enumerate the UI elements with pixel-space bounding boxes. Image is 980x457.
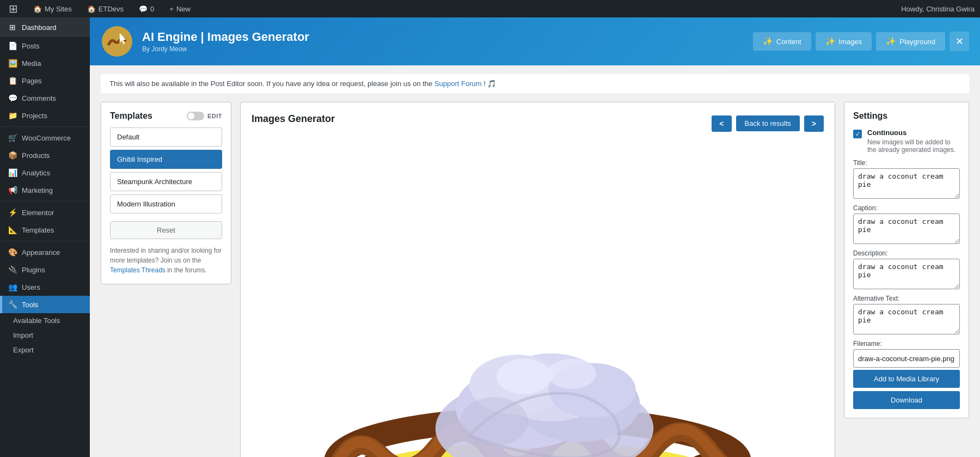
sidebar-sub-import[interactable]: Import xyxy=(0,328,90,343)
sidebar-item-dashboard[interactable]: ⊞ Dashboard xyxy=(0,17,90,37)
sidebar-item-tools[interactable]: 🔧 Tools xyxy=(0,296,90,313)
settings-fields: Title: draw a coconut cream pie Caption:… xyxy=(853,159,960,368)
plugins-icon: 🔌 xyxy=(8,265,17,274)
playground-icon: ✨ xyxy=(886,36,896,46)
playground-button[interactable]: ✨ Playground xyxy=(876,32,945,51)
elementor-icon: ⚡ xyxy=(8,208,17,217)
pages-icon: 📋 xyxy=(8,76,17,85)
info-bar: This will also be available in the Post … xyxy=(101,74,969,93)
continuous-row: ✓ Continuous New images will be added to… xyxy=(853,129,960,154)
images-icon: ✨ xyxy=(825,36,836,46)
three-col-layout: Templates EDIT Default Ghibli Inspired S… xyxy=(101,102,969,457)
sidebar-item-plugins[interactable]: 🔌 Plugins xyxy=(0,261,90,278)
content-icon: ✨ xyxy=(763,36,773,46)
sidebar-item-analytics[interactable]: 📊 Analytics xyxy=(0,164,90,181)
sidebar-sub-available-tools[interactable]: Available Tools xyxy=(0,313,90,328)
field-alt-text: Alternative Text: draw a coconut cream p… xyxy=(853,295,960,334)
adminbar-wp-logo[interactable]: ⊞ xyxy=(5,0,21,17)
title-input[interactable]: draw a coconut cream pie xyxy=(853,168,960,199)
posts-icon: 📄 xyxy=(8,41,17,50)
adminbar-mysites[interactable]: 🏠 My Sites xyxy=(30,0,75,17)
adminbar-new[interactable]: + New xyxy=(166,0,194,17)
toggle-edit-label: EDIT xyxy=(207,113,222,119)
add-to-media-library-button[interactable]: Add to Media Library xyxy=(853,370,960,388)
continuous-label: Continuous xyxy=(867,129,960,137)
template-item-default[interactable]: Default xyxy=(110,127,222,147)
image-display xyxy=(252,142,824,457)
sidebar: ⊞ Dashboard 📄 Posts 🖼️ Media 📋 Pages 💬 C… xyxy=(0,17,90,457)
sidebar-item-pages[interactable]: 📋 Pages xyxy=(0,72,90,89)
edit-toggle[interactable]: EDIT xyxy=(187,112,222,120)
sidebar-item-elementor[interactable]: ⚡ Elementor xyxy=(0,204,90,221)
alt-text-input[interactable]: draw a coconut cream pie xyxy=(853,304,960,334)
next-image-button[interactable]: > xyxy=(804,115,824,132)
close-button[interactable]: ✕ xyxy=(950,32,969,51)
settings-title: Settings xyxy=(853,111,960,121)
templates-threads-link[interactable]: Templates Threads xyxy=(110,266,166,274)
prev-image-button[interactable]: < xyxy=(712,115,731,132)
toggle-switch[interactable] xyxy=(187,112,204,120)
field-filename: Filename: xyxy=(853,340,960,368)
sidebar-item-templates[interactable]: 📐 Templates xyxy=(0,221,90,239)
adminbar-comments[interactable]: 💬 0 xyxy=(136,0,157,17)
template-item-modern[interactable]: Modern Illustration xyxy=(110,194,222,214)
templates-title: Templates xyxy=(110,111,152,121)
plugin-header: AI Engine | Images Generator By Jordy Me… xyxy=(90,17,980,65)
marketing-icon: 📢 xyxy=(8,186,17,194)
svg-point-18 xyxy=(460,397,528,446)
continuous-info: Continuous New images will be added to t… xyxy=(867,129,960,154)
support-forum-link[interactable]: Support Forum xyxy=(434,80,482,88)
admin-bar: ⊞ 🏠 My Sites 🏠 ETDevs 💬 0 + New Howdy, C… xyxy=(0,0,980,17)
alt-text-label: Alternative Text: xyxy=(853,295,960,302)
plugin-nav: ✨ Content ✨ Images ✨ Playground ✕ xyxy=(753,32,969,51)
templates-panel: Templates EDIT Default Ghibli Inspired S… xyxy=(101,102,231,284)
field-title: Title: draw a coconut cream pie xyxy=(853,159,960,199)
description-input[interactable]: draw a coconut cream pie xyxy=(853,259,960,289)
continuous-checkbox[interactable]: ✓ xyxy=(853,130,862,138)
sidebar-item-media[interactable]: 🖼️ Media xyxy=(0,54,90,72)
sidebar-item-products[interactable]: 📦 Products xyxy=(0,147,90,164)
plugin-title-section: AI Engine | Images Generator By Jordy Me… xyxy=(142,30,309,53)
back-results-button[interactable]: Back to results xyxy=(736,115,800,131)
images-button[interactable]: ✨ Images xyxy=(816,32,872,51)
sidebar-item-marketing[interactable]: 📢 Marketing xyxy=(0,181,90,199)
image-gen-title: Images Generator xyxy=(252,113,335,125)
sidebar-sub-export[interactable]: Export xyxy=(0,343,90,357)
woocommerce-icon: 🛒 xyxy=(8,133,17,142)
settings-panel: Settings ✓ Continuous New images will be… xyxy=(844,102,969,418)
title-label: Title: xyxy=(853,159,960,167)
template-item-steampunk[interactable]: Steampunk Architecture xyxy=(110,172,222,191)
caption-label: Caption: xyxy=(853,204,960,212)
tools-icon: 🔧 xyxy=(8,300,17,309)
sidebar-item-projects[interactable]: 📁 Projects xyxy=(0,107,90,124)
sidebar-item-posts[interactable]: 📄 Posts xyxy=(0,37,90,54)
sidebar-item-appearance[interactable]: 🎨 Appearance xyxy=(0,243,90,261)
caption-input[interactable]: draw a coconut cream pie xyxy=(853,214,960,244)
reset-button[interactable]: Reset xyxy=(110,221,222,239)
image-nav: < Back to results > xyxy=(712,115,824,132)
field-caption: Caption: draw a coconut cream pie xyxy=(853,204,960,244)
dashboard-icon: ⊞ xyxy=(8,23,17,32)
sidebar-item-comments[interactable]: 💬 Comments xyxy=(0,89,90,107)
svg-point-17 xyxy=(547,359,596,389)
template-item-ghibli[interactable]: Ghibli Inspired xyxy=(110,150,222,169)
products-icon: 📦 xyxy=(8,151,17,160)
page-content: This will also be available in the Post … xyxy=(90,65,980,457)
panel-top-row: Images Generator < Back to results > xyxy=(252,113,824,133)
appearance-icon: 🎨 xyxy=(8,248,17,257)
content-button[interactable]: ✨ Content xyxy=(753,32,811,51)
sidebar-item-users[interactable]: 👥 Users xyxy=(0,278,90,296)
adminbar-user: Howdy, Christina Gwira xyxy=(901,5,975,13)
field-description: Description: draw a coconut cream pie xyxy=(853,249,960,289)
comments-icon: 💬 xyxy=(8,94,17,102)
download-button[interactable]: Download xyxy=(853,391,960,409)
filename-label: Filename: xyxy=(853,340,960,348)
filename-input[interactable] xyxy=(853,349,960,368)
plugin-logo xyxy=(101,25,133,58)
analytics-icon: 📊 xyxy=(8,168,17,177)
media-icon: 🖼️ xyxy=(8,59,17,68)
sidebar-item-woocommerce[interactable]: 🛒 WooCommerce xyxy=(0,129,90,147)
pie-illustration xyxy=(252,142,824,457)
adminbar-site[interactable]: 🏠 ETDevs xyxy=(84,0,127,17)
templates-panel-header: Templates EDIT xyxy=(110,111,222,121)
